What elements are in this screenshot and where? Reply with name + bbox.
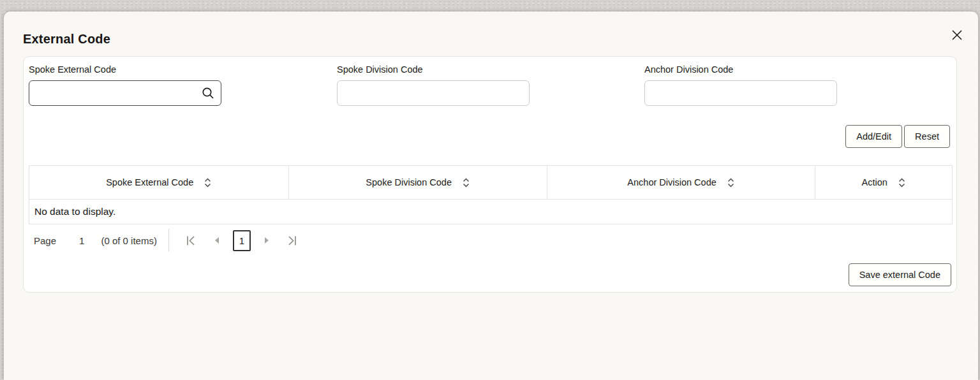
column-header-spoke-division-code[interactable]: Spoke Division Code xyxy=(289,166,547,199)
form-actions: Add/Edit Reset xyxy=(845,125,950,148)
anchor-division-code-field-group: Anchor Division Code xyxy=(644,64,837,106)
next-page-button[interactable] xyxy=(257,230,276,251)
empty-table-message: No data to display. xyxy=(29,199,952,224)
spoke-division-code-input[interactable] xyxy=(337,80,530,106)
items-count-summary: (0 of 0 items) xyxy=(101,235,157,246)
save-external-code-button[interactable]: Save external Code xyxy=(849,263,951,286)
spoke-external-code-label: Spoke External Code xyxy=(29,64,221,75)
external-codes-table: Spoke External Code Spoke Division Code xyxy=(29,165,953,224)
column-header-label: Spoke External Code xyxy=(106,177,193,187)
column-header-label: Anchor Division Code xyxy=(627,177,716,187)
pagination-nav: 1 xyxy=(182,230,308,251)
page-number-value: 1 xyxy=(79,235,84,246)
column-header-spoke-external-code[interactable]: Spoke External Code xyxy=(29,166,289,199)
last-page-icon xyxy=(286,235,297,246)
page-title: External Code xyxy=(23,32,110,47)
reset-button[interactable]: Reset xyxy=(904,125,950,148)
pagination-divider xyxy=(168,229,169,252)
column-header-action[interactable]: Action xyxy=(815,166,952,199)
anchor-division-code-input[interactable] xyxy=(644,80,837,106)
column-header-anchor-division-code[interactable]: Anchor Division Code xyxy=(547,166,815,199)
external-code-dialog: External Code Spoke External Code Spoke … xyxy=(4,11,978,380)
column-header-label: Spoke Division Code xyxy=(366,177,452,187)
previous-page-button[interactable] xyxy=(207,230,226,251)
first-page-button[interactable] xyxy=(182,230,201,251)
card-footer: Save external Code xyxy=(849,263,951,286)
spoke-division-code-label: Spoke Division Code xyxy=(337,64,530,75)
next-page-icon xyxy=(263,236,271,245)
page-label: Page xyxy=(34,235,56,246)
sort-icon[interactable] xyxy=(727,177,735,188)
spoke-division-code-field-group: Spoke Division Code xyxy=(337,64,530,106)
close-icon xyxy=(951,29,963,41)
column-header-label: Action xyxy=(861,177,887,187)
current-page-box[interactable]: 1 xyxy=(233,230,251,251)
pagination-bar: Page 1 (0 of 0 items) xyxy=(29,224,308,257)
first-page-icon xyxy=(186,235,197,246)
form-card: Spoke External Code Spoke Division Code … xyxy=(23,56,957,293)
last-page-button[interactable] xyxy=(283,230,302,251)
table-header-row: Spoke External Code Spoke Division Code xyxy=(29,166,952,199)
close-button[interactable] xyxy=(949,27,965,43)
add-edit-button[interactable]: Add/Edit xyxy=(845,125,902,148)
spoke-external-code-field-group: Spoke External Code xyxy=(29,64,221,106)
anchor-division-code-label: Anchor Division Code xyxy=(644,64,837,75)
sort-icon[interactable] xyxy=(898,177,906,188)
sort-icon[interactable] xyxy=(204,177,212,188)
previous-page-icon xyxy=(213,236,221,245)
sort-icon[interactable] xyxy=(462,177,470,188)
spoke-external-code-input[interactable] xyxy=(29,80,221,106)
